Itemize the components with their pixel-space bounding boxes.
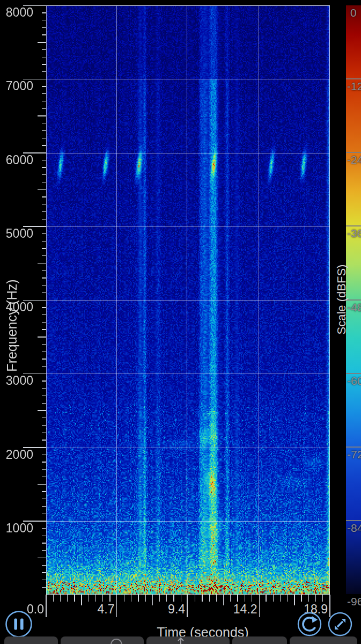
toolbar-segment-1[interactable] — [4, 636, 58, 644]
time-major-tick — [116, 595, 117, 617]
freq-minor-tick — [42, 101, 46, 101]
freq-minor-tick — [42, 277, 46, 278]
freq-minor-tick — [42, 352, 46, 352]
freq-minor-tick — [42, 34, 46, 35]
freq-minor-tick — [42, 418, 46, 418]
spectrogram-canvas[interactable] — [46, 5, 330, 595]
freq-minor-tick — [42, 130, 46, 131]
time-tick-label: 14.2 — [214, 603, 257, 615]
freq-minor-tick — [42, 358, 46, 359]
time-minor-tick — [173, 595, 174, 602]
freq-minor-tick — [42, 255, 46, 256]
resize-button[interactable] — [327, 611, 353, 637]
freq-minor-tick — [42, 322, 46, 323]
time-minor-tick — [159, 595, 160, 602]
colorbar-tick — [346, 225, 361, 226]
freq-minor-tick — [42, 49, 46, 50]
freq-minor-tick — [42, 469, 46, 470]
freq-minor-tick — [42, 93, 46, 94]
time-minor-tick — [273, 595, 274, 602]
time-minor-tick — [166, 595, 167, 602]
up-arrow-icon — [175, 637, 186, 644]
time-tick-label: 9.4 — [142, 603, 185, 615]
time-minor-tick — [245, 595, 245, 602]
freq-minor-tick — [42, 388, 46, 389]
frequency-axis-title: Frequency (Hz) — [4, 245, 20, 406]
clockwise-circular-arrow-icon — [303, 616, 318, 631]
freq-minor-tick — [42, 433, 46, 433]
colorbar-tick-label: -60 — [347, 375, 361, 386]
colorbar-tick-label: 0 — [350, 7, 357, 18]
colorbar-tick-label: -72 — [347, 449, 361, 460]
diagonal-double-arrow-icon — [335, 619, 345, 630]
time-minor-tick — [209, 595, 210, 602]
circle-outline-icon — [110, 638, 123, 644]
freq-minor-tick — [42, 57, 46, 57]
time-minor-tick — [195, 595, 195, 602]
colorbar-tick — [346, 78, 361, 79]
freq-minor-tick — [42, 440, 46, 440]
freq-minor-tick — [42, 536, 46, 536]
toolbar-segment-4[interactable] — [232, 636, 287, 644]
spectrogram-app-screen: 80007000600050004000300020001000 0.04.79… — [0, 0, 361, 644]
time-minor-tick — [89, 595, 89, 602]
freq-medium-tick — [38, 410, 46, 411]
freq-minor-tick — [42, 182, 46, 182]
freq-minor-tick — [42, 145, 46, 145]
freq-minor-tick — [42, 219, 46, 219]
freq-minor-tick — [42, 270, 46, 271]
time-major-tick — [259, 595, 260, 617]
pause-button[interactable] — [4, 609, 34, 639]
freq-tick-label: 8000 — [1, 6, 33, 18]
colorbar-tick-label: -36 — [347, 228, 361, 239]
freq-minor-tick — [42, 292, 46, 293]
colorbar-tick — [346, 373, 361, 374]
freq-minor-tick — [42, 196, 46, 197]
freq-minor-tick — [42, 27, 46, 28]
freq-minor-tick — [42, 314, 46, 315]
freq-tick-label: 5000 — [1, 228, 33, 239]
freq-medium-tick — [38, 263, 46, 264]
freq-minor-tick — [42, 380, 46, 381]
freq-minor-tick — [42, 499, 46, 499]
time-minor-tick — [252, 595, 252, 602]
freq-minor-tick — [42, 233, 46, 234]
freq-minor-tick — [42, 477, 46, 477]
time-minor-tick — [181, 595, 181, 602]
freq-minor-tick — [42, 108, 46, 109]
time-minor-tick — [301, 595, 301, 602]
time-minor-tick — [202, 595, 202, 602]
time-medium-tick — [81, 595, 82, 605]
time-minor-tick — [95, 595, 96, 602]
colorbar-tick — [346, 152, 361, 153]
freq-medium-tick — [38, 484, 46, 485]
freq-minor-tick — [42, 248, 46, 248]
freq-minor-tick — [42, 344, 46, 345]
time-minor-tick — [266, 595, 266, 602]
time-minor-tick — [280, 595, 281, 602]
freq-minor-tick — [42, 160, 46, 160]
pause-button-ring — [6, 612, 32, 637]
freq-minor-tick — [42, 329, 46, 330]
freq-minor-tick — [42, 528, 46, 529]
time-minor-tick — [308, 595, 309, 602]
freq-minor-tick — [42, 167, 46, 167]
toolbar-segment-3[interactable] — [146, 636, 230, 644]
time-minor-tick — [287, 595, 288, 602]
colorbar-title: Scale (dBFS) — [335, 230, 349, 369]
time-minor-tick — [315, 595, 316, 602]
toolbar-segment-5[interactable] — [290, 636, 357, 644]
colorbar-tick-label: -96 — [347, 596, 361, 607]
freq-tick-label: 7000 — [1, 80, 33, 92]
freq-minor-tick — [42, 396, 46, 396]
toolbar-segment-2[interactable] — [61, 636, 144, 644]
colorbar-tick-label: -84 — [347, 522, 361, 533]
colorbar-tick-label: -24 — [347, 154, 361, 165]
freq-minor-tick — [42, 565, 46, 566]
freq-minor-tick — [42, 307, 46, 308]
time-medium-tick — [223, 595, 224, 605]
time-minor-tick — [109, 595, 110, 602]
refresh-button[interactable] — [297, 611, 322, 637]
freq-minor-tick — [42, 572, 46, 573]
freq-minor-tick — [42, 514, 46, 514]
